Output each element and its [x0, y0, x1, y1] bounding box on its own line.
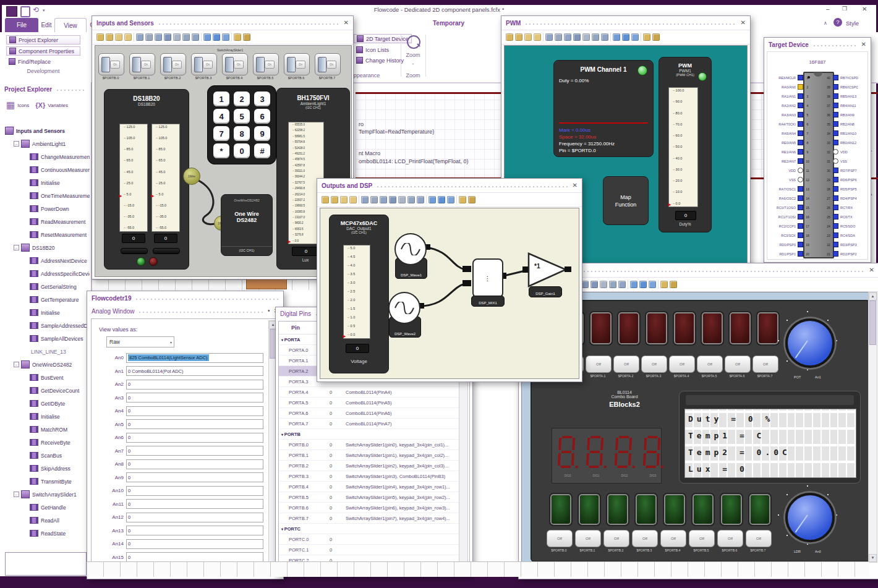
- digital-pin-row[interactable]: PORTC: [279, 524, 459, 534]
- tree-item[interactable]: –AmbientLight1: [1, 137, 90, 150]
- analog-value-field[interactable]: 0: [126, 433, 263, 443]
- pin-row[interactable]: RA1/AN13: [769, 92, 812, 101]
- port-toggle-button[interactable]: Off: [603, 530, 629, 547]
- scroll-up-icon[interactable]: ▲: [869, 292, 877, 300]
- toolbar-icon[interactable]: [447, 196, 454, 203]
- pin-row[interactable]: VDD11: [769, 166, 812, 175]
- analog-value-field[interactable]: 0: [126, 539, 263, 549]
- switch[interactable]: On: [98, 53, 124, 75]
- digital-pin-row[interactable]: PORTB: [279, 429, 459, 440]
- port-toggle-button[interactable]: Off: [613, 356, 639, 373]
- pin-row[interactable]: RE3/MCLR1: [769, 73, 812, 82]
- analog-row[interactable]: An110: [92, 498, 271, 511]
- pin-row[interactable]: RD0/PSP019: [769, 240, 812, 249]
- drag-dots[interactable]: [812, 43, 858, 47]
- variables-icon[interactable]: {X}: [35, 101, 45, 109]
- digital-pin-row[interactable]: PORTB.60SwitchArraySlider1(pin6), keypad…: [279, 503, 459, 513]
- tree-item[interactable]: –GetIDByte: [1, 397, 90, 410]
- tree-item[interactable]: –SampleAllDevices: [1, 332, 90, 345]
- tree-item[interactable]: –AddressSpecificDevice: [1, 267, 90, 280]
- pin-row[interactable]: RA0/AN02: [769, 82, 812, 92]
- port-toggle-button[interactable]: Off: [746, 530, 772, 547]
- tree-item[interactable]: –SkipAddress: [1, 462, 90, 475]
- pin-row[interactable]: 23RC4/SDA: [824, 231, 867, 240]
- toolbar-icon[interactable]: [613, 33, 620, 41]
- toolbar-icon[interactable]: [610, 33, 611, 41]
- expander-icon[interactable]: –: [14, 492, 19, 497]
- tree-item[interactable]: –Initialise: [1, 410, 90, 423]
- toolbar-icon[interactable]: [670, 281, 677, 288]
- pin-row[interactable]: RA7/OSC113: [769, 184, 812, 194]
- analog-value-field[interactable]: 0: [126, 513, 263, 522]
- tree-item[interactable]: –PowerDown: [1, 202, 90, 215]
- toolbar-icon[interactable]: [555, 33, 562, 41]
- switch-knob[interactable]: [101, 57, 110, 72]
- keypad-key[interactable]: 1: [213, 92, 229, 106]
- tree-item[interactable]: –BusEvent: [1, 371, 90, 384]
- pin-row[interactable]: 25RC6/TX: [824, 212, 867, 221]
- save-icon[interactable]: [20, 6, 30, 17]
- toolbar-icon[interactable]: [652, 33, 660, 41]
- pin-row[interactable]: RA6/OSC214: [769, 194, 812, 203]
- keypad-key[interactable]: 0: [234, 143, 250, 158]
- pin-row[interactable]: RC2/CCP117: [769, 221, 812, 231]
- tree-item[interactable]: –AddressNextDevice: [1, 254, 90, 267]
- digital-pin-row[interactable]: PORTB.70SwitchArraySlider1(pin7), keypad…: [279, 513, 459, 524]
- ds18b20-address-button-2[interactable]: [153, 248, 180, 254]
- toolbar-icon[interactable]: [545, 33, 553, 41]
- switch[interactable]: On: [191, 53, 217, 75]
- scale-pointer[interactable]: ▶: [343, 334, 346, 338]
- toolbar-icon[interactable]: [407, 196, 415, 203]
- toolbar-icon[interactable]: [459, 196, 466, 203]
- analog-value-field[interactable]: 0: [126, 486, 263, 496]
- find-replace-button[interactable]: Find/Replace: [6, 58, 80, 66]
- analog-value-field[interactable]: 0: [126, 472, 263, 482]
- tree-item[interactable]: –Inputs and Sensors: [1, 124, 90, 137]
- analog-value-field[interactable]: 0: [126, 446, 263, 456]
- digital-pin-row[interactable]: PORTC.10: [279, 545, 459, 555]
- toolbar-icon[interactable]: [389, 196, 396, 203]
- toolbar-icon[interactable]: [618, 281, 626, 288]
- toolbar-icon[interactable]: [438, 196, 445, 203]
- port-toggle-button[interactable]: Off: [689, 530, 715, 547]
- expander-icon[interactable]: –: [14, 362, 19, 367]
- toolbar-icon[interactable]: [641, 33, 641, 41]
- inputs-sensors-window[interactable]: Inputs and Sensors✕ SwitchArraySlider1 O…: [92, 15, 354, 279]
- variables-label[interactable]: Variables: [48, 103, 68, 108]
- toolbar-icon[interactable]: [96, 33, 104, 41]
- toolbar-icon[interactable]: [213, 33, 220, 41]
- digital-pin-row[interactable]: PORTA.70ComboBL0114(PinA7): [279, 419, 459, 429]
- switch-knob[interactable]: [318, 57, 326, 72]
- wave1-generator[interactable]: [394, 233, 427, 265]
- toolbar-icon[interactable]: [660, 281, 668, 288]
- digital-pin-row[interactable]: PORTA.60ComboBL0114(PinA6): [279, 408, 459, 419]
- minimize-button[interactable]: –: [826, 6, 830, 12]
- toolbar-icon[interactable]: [331, 196, 338, 203]
- tree-item[interactable]: –Initialise: [1, 176, 90, 189]
- outputs-dsp-window[interactable]: Outputs and DSP✕ MCP47x6DAC DAC_Output1 …: [317, 178, 582, 382]
- close-button[interactable]: ✕: [862, 6, 867, 12]
- pin-row[interactable]: RE0/AN58: [769, 138, 812, 147]
- port-toggle-button[interactable]: Off: [717, 530, 743, 547]
- pin-row[interactable]: 32VDD: [824, 147, 867, 156]
- port-toggle-button[interactable]: Off: [669, 356, 695, 373]
- tree-item[interactable]: –MatchROM: [1, 423, 90, 436]
- scale-pointer[interactable]: ▶: [288, 239, 291, 244]
- close-icon[interactable]: ✕: [861, 41, 866, 48]
- pin-row[interactable]: 22RD3/PSP3: [824, 240, 867, 249]
- toolbar-icon[interactable]: [573, 33, 581, 41]
- port-toggle-button[interactable]: Off: [752, 356, 778, 373]
- pin-row[interactable]: RC1/T1OSI16: [769, 212, 812, 221]
- switch-knob[interactable]: [256, 57, 265, 72]
- toolbar-icon[interactable]: [601, 33, 608, 41]
- switch[interactable]: On: [253, 53, 279, 75]
- toolbar-icon[interactable]: [201, 33, 202, 41]
- close-icon[interactable]: ✕: [344, 20, 349, 26]
- toolbar-icon[interactable]: [582, 33, 590, 41]
- toolbar-icon[interactable]: [124, 33, 132, 41]
- toolbar-icon[interactable]: [456, 195, 457, 204]
- toolbar-icon[interactable]: [658, 280, 658, 289]
- digital-pin-row[interactable]: PORTB.30SwitchArraySlider1(pin3), ComboB…: [279, 471, 459, 482]
- switch[interactable]: On: [129, 53, 155, 75]
- close-icon[interactable]: ✕: [741, 20, 746, 26]
